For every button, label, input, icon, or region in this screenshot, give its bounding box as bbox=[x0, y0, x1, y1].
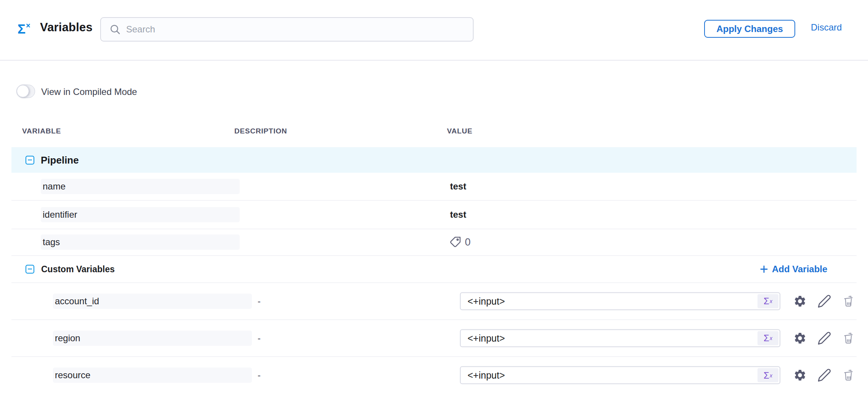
variable-value: test bbox=[450, 181, 466, 192]
pencil-icon[interactable] bbox=[817, 294, 831, 308]
runtime-input-value: <+input> bbox=[468, 295, 505, 307]
table-row: region - <+input> Σx bbox=[11, 320, 857, 357]
variable-name-pill: tags bbox=[41, 234, 240, 250]
plus-icon bbox=[759, 264, 769, 274]
runtime-input-type-chip[interactable]: Σx bbox=[757, 331, 778, 345]
variable-name-pill: identifier bbox=[41, 207, 240, 222]
variable-name-pill: region bbox=[53, 331, 252, 346]
table-row: account_id - <+input> Σx bbox=[11, 283, 857, 320]
collapse-minus-icon[interactable] bbox=[26, 265, 34, 273]
tags-value: 0 bbox=[449, 236, 471, 248]
runtime-input-field[interactable]: <+input> Σx bbox=[460, 366, 780, 384]
tag-icon bbox=[449, 236, 461, 248]
gear-icon[interactable] bbox=[793, 369, 807, 382]
group-title: Custom Variables bbox=[41, 264, 115, 274]
column-header-variable: VARIABLE bbox=[22, 127, 61, 135]
header-divider bbox=[0, 60, 868, 61]
description-cell: - bbox=[258, 333, 261, 344]
group-title: Pipeline bbox=[41, 154, 79, 166]
group-row-custom-variables[interactable]: Custom Variables Add Variable bbox=[11, 256, 857, 283]
search-icon bbox=[109, 24, 121, 35]
description-cell: - bbox=[258, 296, 261, 307]
search-box[interactable] bbox=[100, 17, 474, 42]
column-header-value: VALUE bbox=[447, 127, 472, 135]
table-row: name test bbox=[11, 173, 857, 201]
table-row: tags 0 bbox=[11, 229, 857, 256]
runtime-input-type-chip[interactable]: Σx bbox=[757, 368, 778, 382]
sigma-variables-icon: Σ× bbox=[18, 21, 30, 35]
pencil-icon[interactable] bbox=[817, 368, 831, 382]
apply-changes-button[interactable]: Apply Changes bbox=[704, 20, 795, 38]
variables-panel: Σ× Variables Apply Changes Discard View … bbox=[0, 0, 868, 395]
compiled-mode-toggle[interactable] bbox=[16, 85, 35, 98]
table-row: resource - <+input> Σx bbox=[11, 357, 857, 394]
table-row: identifier test bbox=[11, 201, 857, 229]
variable-name-pill: resource bbox=[53, 368, 252, 383]
description-cell: - bbox=[258, 370, 261, 381]
column-header-description: DESCRIPTION bbox=[234, 127, 287, 135]
runtime-input-value: <+input> bbox=[468, 332, 505, 344]
toggle-knob[interactable] bbox=[17, 85, 29, 97]
add-variable-button[interactable]: Add Variable bbox=[759, 264, 827, 275]
pencil-icon[interactable] bbox=[817, 331, 831, 345]
header-bar: Σ× Variables Apply Changes Discard bbox=[0, 0, 868, 60]
discard-button[interactable]: Discard bbox=[811, 22, 842, 33]
gear-icon[interactable] bbox=[793, 294, 807, 308]
runtime-input-type-chip[interactable]: Σx bbox=[757, 294, 778, 308]
variables-table: Pipeline name test identifier test tags … bbox=[11, 147, 857, 394]
trash-icon[interactable] bbox=[842, 369, 854, 381]
collapse-minus-icon[interactable] bbox=[26, 156, 34, 164]
group-row-pipeline[interactable]: Pipeline bbox=[11, 147, 857, 173]
runtime-input-field[interactable]: <+input> Σx bbox=[460, 292, 780, 310]
variable-name-pill: account_id bbox=[53, 294, 252, 309]
compiled-mode-toggle-label: View in Compiled Mode bbox=[41, 87, 137, 97]
gear-icon[interactable] bbox=[793, 331, 807, 345]
search-input[interactable] bbox=[126, 24, 454, 35]
variable-name-pill: name bbox=[41, 179, 240, 194]
runtime-input-field[interactable]: <+input> Σx bbox=[460, 329, 780, 347]
add-variable-label: Add Variable bbox=[772, 264, 827, 275]
variable-value: test bbox=[450, 209, 466, 220]
trash-icon[interactable] bbox=[842, 332, 854, 344]
runtime-input-value: <+input> bbox=[468, 370, 505, 381]
page-title: Variables bbox=[40, 21, 93, 34]
trash-icon[interactable] bbox=[842, 295, 854, 307]
table-header: VARIABLE DESCRIPTION VALUE bbox=[11, 127, 857, 136]
tags-count: 0 bbox=[465, 236, 471, 248]
